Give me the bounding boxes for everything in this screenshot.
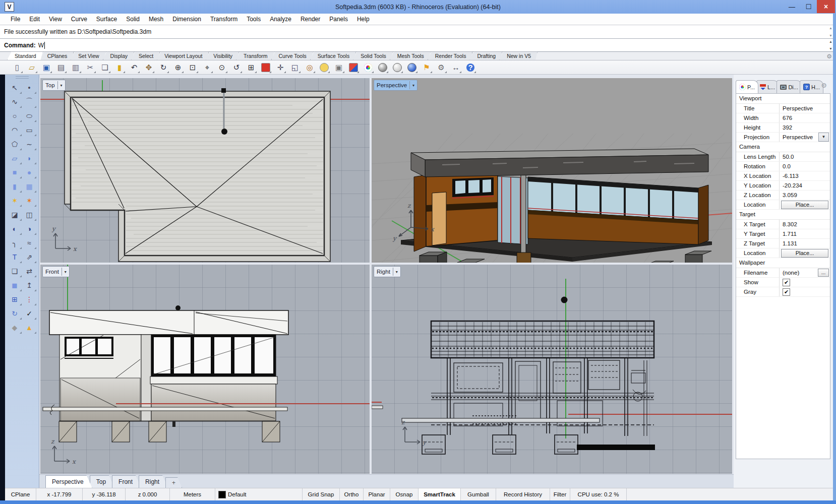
- rectangular-array-tool-icon[interactable]: ⊞: [8, 292, 22, 306]
- tab-display[interactable]: Di...: [777, 80, 802, 93]
- pan-view-icon[interactable]: ✥: [143, 61, 155, 74]
- undo-icon[interactable]: ↶: [128, 61, 140, 74]
- status-planar[interactable]: Planar: [364, 488, 390, 500]
- scale-tool-icon[interactable]: ⇗: [22, 250, 37, 264]
- sidebar-grip[interactable]: [16, 76, 29, 79]
- spinner-down-icon[interactable]: ▼: [829, 47, 832, 50]
- toolbar-tab-transform[interactable]: Transform: [236, 51, 274, 60]
- add-viewport-tab-button[interactable]: +: [165, 477, 182, 488]
- extrude-tool-icon[interactable]: ↥: [22, 278, 37, 292]
- status-meters[interactable]: Meters: [170, 488, 215, 500]
- location-place-button[interactable]: Place...: [781, 201, 828, 209]
- polygon-center-tool-icon[interactable]: ⬠: [8, 137, 22, 151]
- toolbar-tab-standard[interactable]: Standard: [7, 51, 43, 60]
- viewport-label-perspective[interactable]: Perspective ▾: [374, 80, 417, 91]
- surface-patch-tool-icon[interactable]: ▦: [22, 179, 37, 194]
- menu-help[interactable]: Help: [352, 15, 374, 24]
- curve-through-points-tool-icon[interactable]: ⌒: [22, 95, 37, 109]
- curve-freeform-tool-icon[interactable]: ∼: [22, 137, 37, 151]
- property-value-filename[interactable]: (none): [783, 268, 799, 277]
- ellipse-from-center-tool-icon[interactable]: ⬭: [22, 109, 37, 123]
- property-value-x-target[interactable]: 8.302: [783, 220, 797, 229]
- status-ortho[interactable]: Ortho: [340, 488, 364, 500]
- shaded-viewport-icon[interactable]: [377, 61, 389, 74]
- command-input-text[interactable]: W: [38, 42, 44, 49]
- toolbar-tab-display[interactable]: Display: [103, 51, 134, 60]
- menu-panels[interactable]: Panels: [325, 15, 352, 24]
- menu-render[interactable]: Render: [296, 15, 325, 24]
- viewport-canvas-right[interactable]: z y Right ▾: [372, 265, 732, 474]
- status-cplane[interactable]: CPlane: [5, 488, 36, 500]
- zoom-in-icon[interactable]: ⊕: [172, 61, 184, 74]
- property-value-x-location[interactable]: -6.113: [783, 171, 799, 180]
- status-record-history[interactable]: Record History: [496, 488, 550, 500]
- copy-icon[interactable]: ❏: [99, 61, 111, 74]
- linear-array-tool-icon[interactable]: ⋮: [22, 292, 37, 306]
- show-checkbox[interactable]: ✔: [783, 279, 790, 286]
- toolbar-tab-visibility[interactable]: Visibility: [206, 51, 239, 60]
- chevron-down-icon[interactable]: ▾: [65, 270, 67, 274]
- projection-dropdown[interactable]: ▼: [818, 133, 829, 142]
- status-filter[interactable]: Filter: [550, 488, 570, 500]
- surface-corner-points-tool-icon[interactable]: ▱: [8, 151, 22, 165]
- toolbar-tab-curve-tools[interactable]: Curve Tools: [271, 51, 313, 60]
- toolbar-tab-new-in-v5[interactable]: New in V5: [499, 51, 538, 60]
- rotate-view-icon[interactable]: ↻: [157, 61, 169, 74]
- new-file-icon[interactable]: ▯: [11, 61, 23, 74]
- options-gear-icon[interactable]: ⚙: [435, 61, 447, 74]
- toolbar-tab-solid-tools[interactable]: Solid Tools: [353, 51, 393, 60]
- status-osnap[interactable]: Osnap: [390, 488, 419, 500]
- toolbar-tab-render-tools[interactable]: Render Tools: [428, 51, 473, 60]
- viewport-label-right[interactable]: Right ▾: [374, 266, 401, 277]
- lamp-icon[interactable]: [318, 61, 330, 74]
- property-value-z-target[interactable]: 1.131: [783, 239, 797, 248]
- save-file-icon[interactable]: ▣: [40, 61, 52, 74]
- status-gumball[interactable]: Gumball: [461, 488, 496, 500]
- scroll-up-icon[interactable]: ▲: [829, 26, 832, 30]
- box-corner-tool-icon[interactable]: ■: [8, 165, 22, 179]
- blend-curves-tool-icon[interactable]: ≈: [22, 236, 37, 250]
- named-view-icon[interactable]: ◎: [304, 61, 316, 74]
- explode-blocks-tool-icon[interactable]: ✶: [22, 194, 37, 208]
- lock-icon[interactable]: ▣: [333, 61, 345, 74]
- control-point-curve-tool-icon[interactable]: ∿: [8, 95, 22, 109]
- zoom-selected-icon[interactable]: ⊙: [216, 61, 228, 74]
- gray-checkbox[interactable]: ✔: [783, 288, 790, 296]
- zoom-window-icon[interactable]: ⊡: [187, 61, 199, 74]
- status-z-0-000[interactable]: z 0.000: [126, 488, 170, 500]
- property-value-y-target[interactable]: 1.711: [783, 229, 797, 238]
- property-value-rotation[interactable]: 0.0: [783, 162, 791, 171]
- viewport-page-tab-front[interactable]: Front: [112, 475, 141, 488]
- close-button[interactable]: ×: [817, 0, 835, 13]
- ghosted-viewport-icon[interactable]: [391, 61, 403, 74]
- zoom-dynamic-icon[interactable]: ⌖: [201, 61, 213, 74]
- sphere-center-tool-icon[interactable]: ●: [22, 165, 37, 179]
- car-clash-icon[interactable]: [260, 61, 272, 74]
- toolbar-gear-icon[interactable]: ⚙: [826, 53, 832, 60]
- status-smarttrack[interactable]: SmartTrack: [419, 488, 461, 500]
- solid-primitives-tool-icon[interactable]: ◆: [8, 321, 22, 335]
- viewport-page-tab-perspective[interactable]: Perspective: [45, 475, 92, 488]
- panel-gear-icon[interactable]: ⚙: [821, 82, 827, 89]
- circle-center-radius-tool-icon[interactable]: ○: [8, 109, 22, 123]
- property-value-lens-length[interactable]: 50.0: [783, 152, 794, 161]
- menu-surface[interactable]: Surface: [92, 15, 122, 24]
- viewport-page-tab-top[interactable]: Top: [90, 475, 114, 488]
- tab-help[interactable]: ? H...: [800, 80, 823, 93]
- rotate-objects-tool-icon[interactable]: ↻: [8, 306, 22, 321]
- status-grid-snap[interactable]: Grid Snap: [303, 488, 340, 500]
- chevron-down-icon[interactable]: ▾: [396, 270, 398, 274]
- viewport-page-tab-right[interactable]: Right: [139, 475, 168, 488]
- toolbar-tab-viewport-layout[interactable]: Viewport Layout: [157, 51, 209, 60]
- chevron-down-icon[interactable]: ▾: [412, 83, 414, 88]
- scroll-down-icon[interactable]: ▼: [829, 34, 832, 37]
- toolbar-tab-set-view[interactable]: Set View: [71, 51, 105, 60]
- viewport-canvas-top[interactable]: y x Top ▾: [40, 78, 370, 263]
- viewport-label-front[interactable]: Front ▾: [42, 266, 70, 277]
- viewport-layout-icon[interactable]: ⊞: [245, 61, 257, 74]
- paste-icon[interactable]: ▮: [113, 61, 126, 74]
- menu-file[interactable]: File: [6, 15, 25, 24]
- status-x-17-799[interactable]: x -17.799: [36, 488, 83, 500]
- rectangle-corner-tool-icon[interactable]: ▭: [22, 123, 37, 137]
- rendered-viewport-icon[interactable]: [406, 61, 418, 74]
